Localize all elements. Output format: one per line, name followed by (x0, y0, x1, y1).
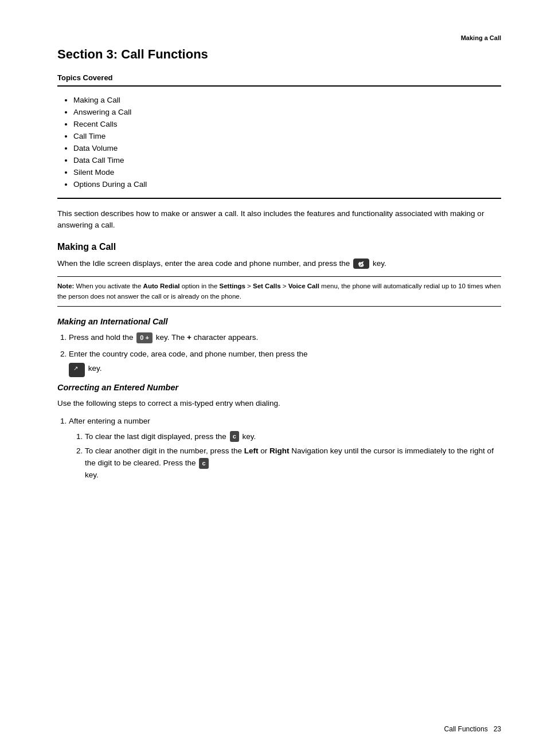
footer: Call Functions 23 (57, 725, 501, 733)
making-a-call-body-suffix: key. (373, 259, 386, 268)
step2-suffix: key. (88, 364, 102, 373)
making-a-call-title: Making a Call (57, 242, 501, 252)
making-a-call-body: When the Idle screen displays, enter the… (57, 258, 501, 270)
topics-divider-bottom (57, 198, 501, 199)
note-box: Note: When you activate the Auto Redial … (57, 276, 501, 307)
note-arrow: > (247, 283, 253, 289)
bullet2-suffix: key. (85, 471, 99, 479)
list-item: Silent Mode (73, 168, 501, 177)
note-label: Note: (57, 283, 74, 289)
topics-covered-label: Topics Covered (57, 73, 501, 82)
footer-label: Call Functions (444, 725, 488, 733)
list-item: Press and hold the 0 + key. The + charac… (69, 332, 501, 344)
svg-text:↗: ↗ (360, 263, 362, 267)
step1-end: character appears. (194, 333, 259, 342)
intro-text: This section describes how to make or an… (57, 208, 501, 232)
correcting-intro: Use the following steps to correct a mis… (57, 398, 501, 410)
list-item: To clear the last digit displayed, press… (85, 431, 501, 443)
note-arrow2: > (283, 283, 288, 289)
bullet1-text: To clear the last digit displayed, press… (85, 432, 226, 441)
step2-text: Enter the country code, area code, and p… (69, 350, 308, 358)
svg-text:↗: ↗ (73, 365, 78, 371)
page: Making a Call Section 3: Call Functions … (0, 0, 547, 756)
bullet2-or: or (260, 446, 269, 455)
note-bold2: Settings (220, 283, 245, 289)
bullet2-bold1: Left (244, 446, 259, 455)
step1-label: After entering a number (69, 417, 150, 425)
topics-divider-top (57, 85, 501, 87)
making-a-call-body-text: When the Idle screen displays, enter the… (57, 259, 350, 268)
correcting-steps: After entering a number To clear the las… (69, 416, 501, 482)
note-text: When you activate the (76, 283, 143, 289)
c-key-icon: c (230, 431, 239, 442)
footer-separator (488, 725, 494, 733)
note-bold1: Auto Redial (143, 283, 180, 289)
header-right-label: Making a Call (57, 34, 501, 41)
making-international-steps: Press and hold the 0 + key. The + charac… (69, 332, 501, 377)
send-key-icon: ↗ (353, 258, 369, 269)
bullet1-suffix: key. (243, 432, 256, 441)
list-item: Recent Calls (73, 120, 501, 128)
list-item: Making a Call (73, 96, 501, 104)
list-item: Enter the country code, area code, and p… (69, 348, 501, 377)
step1-suffix: key. The (156, 333, 185, 342)
correcting-number-title: Correcting an Entered Number (57, 383, 501, 392)
section-title: Section 3: Call Functions (57, 47, 501, 62)
list-item: Data Call Time (73, 156, 501, 164)
c-key-icon-2: c (199, 458, 208, 469)
send-key-icon-2: ↗ (69, 363, 85, 377)
step1-char: + (187, 333, 192, 342)
list-item: Answering a Call (73, 108, 501, 116)
list-item: To clear another digit in the number, pr… (85, 445, 501, 481)
note-bold4: Voice Call (288, 283, 319, 289)
making-international-title: Making an International Call (57, 317, 501, 326)
footer-page: 23 (494, 725, 501, 733)
note-bold3: Set Calls (253, 283, 281, 289)
zero-plus-key-icon: 0 + (136, 332, 153, 343)
list-item: After entering a number To clear the las… (69, 416, 501, 482)
bullet2-bold2: Right (269, 446, 290, 455)
list-item: Data Volume (73, 144, 501, 152)
list-item: Call Time (73, 132, 501, 140)
list-item: Options During a Call (73, 180, 501, 189)
step1-text: Press and hold the (69, 333, 134, 342)
topics-list: Making a Call Answering a Call Recent Ca… (57, 96, 501, 189)
correcting-bullets: To clear the last digit displayed, press… (69, 431, 501, 482)
bullet2-prefix: To clear another digit in the number, pr… (85, 446, 244, 455)
note-mid: option in the (182, 283, 220, 289)
